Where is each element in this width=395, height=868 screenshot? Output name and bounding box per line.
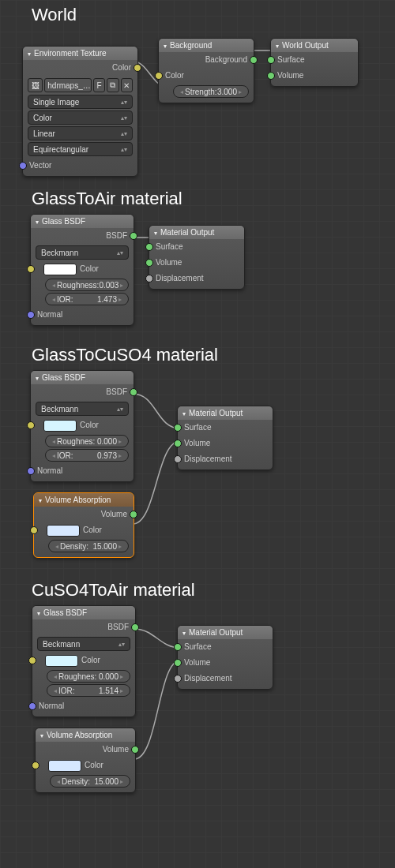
out-bsdf: BSDF <box>32 619 135 635</box>
mat2-canvas: ▾Glass BSDF BSDF Beckmann▴▾ Color ◂Rough… <box>0 370 395 575</box>
mat3-canvas: ▾Glass BSDF BSDF Beckmann▴▾ Color ◂Rough… <box>0 605 395 803</box>
node-background[interactable]: ▾Background Background Color ◂Strength:3… <box>158 38 254 103</box>
node-header: ▾Glass BSDF <box>31 215 134 228</box>
node-volume-absorption-3[interactable]: ▾Volume Absorption Volume Color ◂Density… <box>35 728 136 793</box>
node-header: ▾Material Output <box>178 406 273 420</box>
node-header: ▾Volume Absorption <box>36 728 135 742</box>
in-surface: Surface <box>271 52 358 68</box>
in-volume: Volume <box>149 255 244 271</box>
in-color[interactable]: Color <box>32 653 135 668</box>
node-material-output-1[interactable]: ▾Material Output Surface Volume Displace… <box>149 225 245 290</box>
in-volume: Volume <box>178 436 273 451</box>
node-header: ▾Background <box>159 39 254 52</box>
section-title-glass-to-cuso4: GlassToCuSO4 material <box>0 340 395 370</box>
projection-select[interactable]: Equirectangular▴▾ <box>28 142 133 156</box>
in-displacement: Displacement <box>178 451 273 470</box>
section-title-world: World <box>0 0 395 30</box>
in-volume: Volume <box>178 655 273 671</box>
world-canvas: ▾Environment Texture Color 🖼 hdrmaps_… F… <box>0 30 395 184</box>
node-material-output-2[interactable]: ▾Material Output Surface Volume Displace… <box>177 406 273 470</box>
node-world-output[interactable]: ▾World Output Surface Volume <box>270 38 359 87</box>
out-bsdf: BSDF <box>31 384 134 400</box>
roughness-field[interactable]: ◂Roughness:0.003▸ <box>45 279 129 291</box>
image-datablock[interactable]: 🖼 hdrmaps_… F ⧉ ✕ <box>28 78 133 92</box>
ior-field[interactable]: ◂IOR:1.514▸ <box>47 684 130 697</box>
node-glass-bsdf-2[interactable]: ▾Glass BSDF BSDF Beckmann▴▾ Color ◂Rough… <box>30 370 134 482</box>
strength-field[interactable]: ◂Strength:3.000▸ <box>173 85 249 98</box>
node-glass-bsdf-3[interactable]: ▾Glass BSDF BSDF Beckmann▴▾ Color ◂Rough… <box>32 605 136 717</box>
node-header: ▾Material Output <box>149 226 244 239</box>
in-color[interactable]: Color <box>31 417 134 433</box>
in-color: Color <box>159 68 254 84</box>
in-displacement: Displacement <box>149 271 244 289</box>
in-surface: Surface <box>178 420 273 436</box>
out-bsdf: BSDF <box>31 228 134 244</box>
distribution-select[interactable]: Beckmann▴▾ <box>36 402 129 416</box>
distribution-select[interactable]: Beckmann▴▾ <box>37 637 130 651</box>
node-header: ▾World Output <box>271 39 358 52</box>
in-color[interactable]: Color <box>34 522 134 538</box>
roughness-field[interactable]: ◂Roughnes:0.000▸ <box>45 435 129 447</box>
distribution-select[interactable]: Beckmann▴▾ <box>36 245 129 260</box>
node-header: ▾Volume Absorption <box>34 493 134 507</box>
roughness-field[interactable]: ◂Roughnes:0.000▸ <box>47 670 130 683</box>
node-header: ▾Environment Texture <box>23 47 137 60</box>
out-color: Color <box>23 60 137 76</box>
density-field[interactable]: ◂Density:15.000▸ <box>48 540 129 552</box>
out-volume: Volume <box>36 742 135 758</box>
in-displacement: Displacement <box>178 671 273 689</box>
colorspace-select[interactable]: Color▴▾ <box>28 110 133 125</box>
out-background: Background <box>159 52 254 68</box>
node-header: ▾Material Output <box>178 626 273 639</box>
in-normal: Normal <box>31 463 134 481</box>
in-normal: Normal <box>31 307 134 325</box>
section-title-cuso4-to-air: CuSO4ToAir material <box>0 575 395 605</box>
out-volume: Volume <box>34 507 134 522</box>
in-vector: Vector <box>23 158 137 176</box>
in-volume: Volume <box>271 68 358 86</box>
in-normal: Normal <box>32 698 135 716</box>
ior-field[interactable]: ◂IOR:1.473▸ <box>45 293 129 305</box>
in-color[interactable]: Color <box>31 261 134 277</box>
node-glass-bsdf-1[interactable]: ▾Glass BSDF BSDF Beckmann▴▾ Color ◂Rough… <box>30 214 134 326</box>
node-env-texture[interactable]: ▾Environment Texture Color 🖼 hdrmaps_… F… <box>22 46 138 177</box>
section-title-glass-to-air: GlassToAir material <box>0 184 395 214</box>
node-header: ▾Glass BSDF <box>32 606 135 619</box>
in-surface: Surface <box>178 639 273 655</box>
mat1-canvas: ▾Glass BSDF BSDF Beckmann▴▾ Color ◂Rough… <box>0 214 395 340</box>
density-field[interactable]: ◂Density:15.000▸ <box>50 775 130 788</box>
interp-select[interactable]: Linear▴▾ <box>28 126 133 140</box>
node-volume-absorption-2[interactable]: ▾Volume Absorption Volume Color ◂Density… <box>33 492 134 558</box>
node-material-output-3[interactable]: ▾Material Output Surface Volume Displace… <box>177 625 273 690</box>
ior-field[interactable]: ◂IOR:0.973▸ <box>45 449 129 462</box>
node-header: ▾Glass BSDF <box>31 371 134 384</box>
mode-select[interactable]: Single Image▴▾ <box>28 95 133 109</box>
in-color[interactable]: Color <box>36 758 135 773</box>
in-surface: Surface <box>149 239 244 255</box>
